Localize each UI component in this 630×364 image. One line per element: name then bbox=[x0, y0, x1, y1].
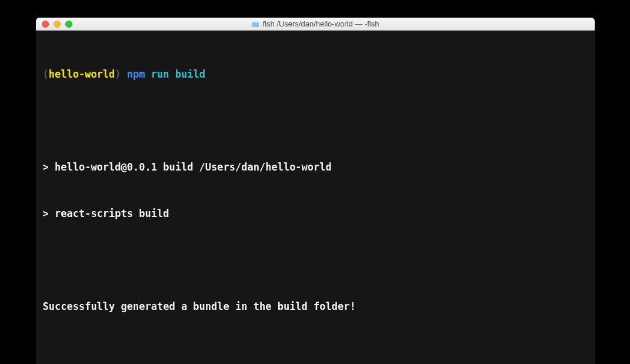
window-title-text: fish /Users/dan/hello-world — -fish bbox=[263, 19, 379, 28]
window-title: fish /Users/dan/hello-world — -fish bbox=[36, 19, 595, 28]
output-blank bbox=[43, 113, 588, 128]
cmd-npm: npm bbox=[127, 68, 145, 80]
minimize-button[interactable] bbox=[54, 21, 61, 28]
output-line: > react-scripts build bbox=[43, 206, 588, 221]
maximize-button[interactable] bbox=[65, 21, 72, 28]
prompt-line-1: (hello-world) npm run build bbox=[43, 66, 588, 82]
prompt-open-bracket: ( bbox=[43, 68, 49, 80]
output-blank bbox=[43, 345, 588, 360]
traffic-lights bbox=[36, 21, 72, 28]
folder-icon bbox=[251, 21, 259, 27]
cmd-run: run bbox=[151, 68, 169, 80]
output-line: > hello-world@0.0.1 build /Users/dan/hel… bbox=[43, 159, 588, 175]
prompt-dir: hello-world bbox=[49, 68, 115, 80]
window-titlebar: fish /Users/dan/hello-world — -fish bbox=[36, 18, 595, 31]
prompt-close-bracket: ) bbox=[115, 68, 121, 80]
output-line: Successfully generated a bundle in the b… bbox=[43, 299, 588, 314]
terminal-body[interactable]: (hello-world) npm run build > hello-worl… bbox=[36, 31, 595, 364]
terminal-window: fish /Users/dan/hello-world — -fish (hel… bbox=[36, 18, 595, 364]
output-blank bbox=[43, 252, 588, 268]
cmd-build: build bbox=[175, 68, 205, 80]
close-button[interactable] bbox=[42, 21, 49, 28]
